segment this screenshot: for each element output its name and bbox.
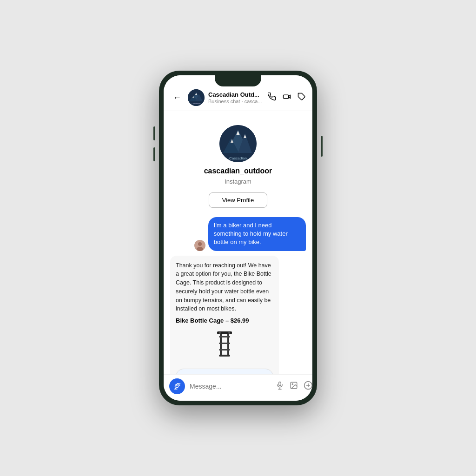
- svg-text:Cascadian: Cascadian: [229, 156, 247, 160]
- plus-icon[interactable]: [304, 381, 312, 392]
- view-profile-button[interactable]: View Profile: [209, 192, 267, 208]
- video-icon[interactable]: [283, 93, 291, 103]
- power-button: [321, 136, 323, 157]
- input-icons: [276, 381, 312, 392]
- back-button[interactable]: ←: [170, 92, 184, 104]
- svg-point-28: [228, 332, 230, 334]
- message-input[interactable]: [190, 383, 271, 390]
- volume-down-button: [153, 147, 155, 161]
- chat-body: Cascadian cascadian_outdoor Instagram Vi…: [164, 111, 312, 374]
- svg-rect-7: [284, 95, 289, 99]
- header-avatar: Cascadian: [188, 89, 205, 106]
- tag-icon[interactable]: [298, 93, 306, 103]
- view-product-details-button[interactable]: View Product Details: [176, 369, 273, 374]
- profile-section: Cascadian cascadian_outdoor Instagram Vi…: [170, 116, 306, 212]
- product-title: Bike Bottle Cage – $26.99: [176, 317, 273, 324]
- svg-rect-31: [279, 382, 281, 385]
- header-subtitle: Business chat · casca...: [208, 99, 264, 104]
- header-name: Cascadian Outd...: [208, 91, 264, 99]
- notch: [215, 75, 261, 86]
- svg-point-27: [219, 332, 221, 334]
- profile-avatar: Cascadian: [219, 125, 257, 162]
- svg-rect-29: [219, 355, 230, 357]
- user-avatar-small: [194, 240, 205, 251]
- svg-rect-23: [219, 336, 230, 337]
- svg-point-19: [198, 242, 202, 246]
- header-action-icons: [268, 93, 306, 103]
- phone-screen: ← Cascadian Cascadian Outd... Business c…: [164, 75, 312, 401]
- message-row-outgoing: I'm a biker and I need something to hold…: [170, 217, 306, 251]
- header-info: Cascadian Outd... Business chat · casca.…: [208, 91, 264, 104]
- outgoing-bubble: I'm a biker and I need something to hold…: [208, 217, 306, 251]
- call-icon[interactable]: [268, 93, 276, 103]
- camera-button[interactable]: [169, 378, 185, 394]
- svg-point-30: [176, 385, 178, 387]
- phone-frame: ← Cascadian Cascadian Outd... Business c…: [159, 71, 317, 405]
- mic-icon[interactable]: [276, 381, 284, 392]
- svg-text:Cascadian: Cascadian: [192, 102, 201, 105]
- svg-rect-24: [219, 343, 230, 344]
- product-image: [176, 328, 273, 365]
- input-bar: [164, 374, 312, 401]
- image-icon[interactable]: [290, 381, 298, 392]
- product-description: Thank you for reaching out! We have a gr…: [176, 261, 273, 314]
- product-card: Thank you for reaching out! We have a gr…: [170, 256, 279, 374]
- svg-point-35: [292, 383, 293, 384]
- volume-up-button: [153, 126, 155, 140]
- profile-platform: Instagram: [225, 178, 251, 185]
- profile-username: cascadian_outdoor: [204, 167, 272, 175]
- svg-rect-25: [219, 349, 230, 350]
